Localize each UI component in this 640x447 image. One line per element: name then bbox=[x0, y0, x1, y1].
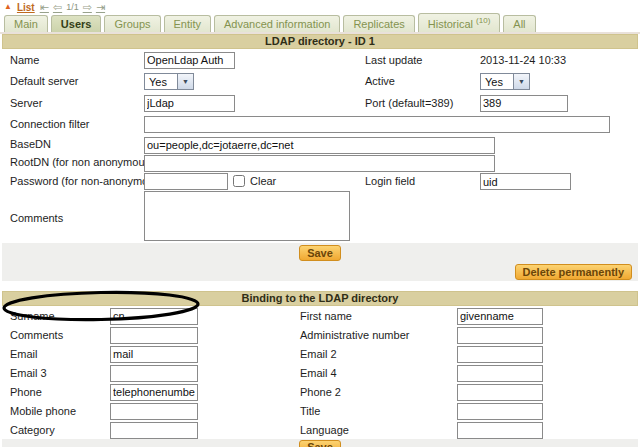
save-button[interactable]: Save bbox=[299, 245, 341, 261]
basedn-input[interactable] bbox=[144, 137, 495, 154]
language-label: Language bbox=[292, 424, 457, 436]
breadcrumb-nav: ▲ List ⇤ ⇦ 1/1 ⇨ ⇥ bbox=[0, 0, 640, 13]
name-input[interactable] bbox=[144, 52, 235, 69]
surname-label: Surname bbox=[2, 310, 110, 322]
rootdn-input[interactable] bbox=[144, 155, 495, 172]
name-label: Name bbox=[2, 54, 144, 66]
comments2-input[interactable] bbox=[110, 327, 198, 344]
phone-label: Phone bbox=[2, 386, 110, 398]
form-title: LDAP directory - ID 1 bbox=[2, 34, 638, 49]
category-label: Category bbox=[2, 424, 110, 436]
tab-historical-count: (10) bbox=[476, 16, 490, 25]
section-gap bbox=[0, 281, 640, 291]
password-input[interactable] bbox=[144, 173, 228, 190]
language-input[interactable] bbox=[457, 422, 543, 439]
binding-row-email: Email Email 2 bbox=[2, 344, 638, 363]
last-page-icon[interactable]: ⇥ bbox=[96, 2, 105, 12]
tab-entity[interactable]: Entity bbox=[164, 15, 212, 32]
save-row: Save bbox=[2, 243, 638, 262]
active-label: Active bbox=[357, 75, 480, 87]
tab-replicates[interactable]: Replicates bbox=[343, 15, 414, 32]
prev-page-icon[interactable]: ⇦ bbox=[53, 2, 62, 12]
surname-input[interactable] bbox=[110, 308, 198, 325]
tab-advanced-information[interactable]: Advanced information bbox=[214, 15, 340, 32]
email-input[interactable] bbox=[110, 346, 198, 363]
email3-input[interactable] bbox=[110, 365, 198, 382]
tab-groups[interactable]: Groups bbox=[104, 15, 160, 32]
last-update-value: 2013-11-24 10:33 bbox=[480, 54, 638, 66]
tab-main[interactable]: Main bbox=[4, 15, 48, 32]
dropdown-arrow-icon: ▼ bbox=[513, 73, 530, 90]
comments2-label: Comments bbox=[2, 329, 110, 341]
binding-row-comments: Comments Administrative number bbox=[2, 325, 638, 344]
administrative-number-input[interactable] bbox=[457, 327, 543, 344]
pager: ⇤ ⇦ 1/1 ⇨ ⇥ bbox=[40, 2, 105, 12]
email-label: Email bbox=[2, 348, 110, 360]
ldap-binding-form: Binding to the LDAP directory Surname Fi… bbox=[2, 291, 638, 447]
binding-row-phone: Phone Phone 2 bbox=[2, 382, 638, 401]
default-server-label: Default server bbox=[2, 75, 144, 87]
binding-save-row: Save bbox=[2, 439, 638, 447]
email4-label: Email 4 bbox=[292, 367, 457, 379]
comments-label: Comments bbox=[2, 212, 144, 224]
phone-input[interactable] bbox=[110, 384, 198, 401]
binding-row-email3: Email 3 Email 4 bbox=[2, 363, 638, 382]
email2-label: Email 2 bbox=[292, 348, 457, 360]
list-link[interactable]: List bbox=[17, 2, 35, 13]
comments-textarea[interactable] bbox=[144, 191, 350, 241]
tab-historical[interactable]: Historical (10) bbox=[418, 13, 501, 32]
ldap-directory-form: LDAP directory - ID 1 Name Last update 2… bbox=[2, 34, 638, 281]
administrative-number-label: Administrative number bbox=[292, 329, 457, 341]
delete-row: Delete permanently bbox=[2, 262, 638, 281]
title-label: Title bbox=[292, 405, 457, 417]
last-update-label: Last update bbox=[357, 54, 480, 66]
phone2-label: Phone 2 bbox=[292, 386, 457, 398]
dropdown-arrow-icon: ▼ bbox=[177, 73, 194, 90]
email4-input[interactable] bbox=[457, 365, 543, 382]
active-value: Yes bbox=[480, 73, 513, 90]
default-server-value: Yes bbox=[144, 73, 177, 90]
clear-label: Clear bbox=[250, 175, 276, 187]
clear-checkbox[interactable] bbox=[233, 175, 245, 187]
first-page-icon[interactable]: ⇤ bbox=[40, 2, 49, 12]
binding-row-surname: Surname First name bbox=[2, 306, 638, 325]
binding-save-button[interactable]: Save bbox=[299, 440, 341, 447]
title-input[interactable] bbox=[457, 403, 543, 420]
ldap-directory-page: ▲ List ⇤ ⇦ 1/1 ⇨ ⇥ Main Users Groups Ent… bbox=[0, 0, 640, 447]
default-server-select[interactable]: Yes▼ bbox=[144, 73, 194, 90]
rootdn-label: RootDN (for non anonymous binds) bbox=[2, 156, 144, 168]
binding-row-category: Category Language bbox=[2, 420, 638, 439]
tab-bar: Main Users Groups Entity Advanced inform… bbox=[0, 13, 640, 34]
category-input[interactable] bbox=[110, 422, 198, 439]
port-input[interactable] bbox=[480, 95, 568, 112]
tab-historical-label: Historical bbox=[428, 18, 473, 30]
port-label: Port (default=389) bbox=[357, 97, 480, 109]
login-field-input[interactable] bbox=[480, 173, 571, 190]
page-indicator: 1/1 bbox=[66, 2, 79, 12]
first-name-label: First name bbox=[292, 310, 457, 322]
server-input[interactable] bbox=[144, 95, 235, 112]
mobile-phone-label: Mobile phone bbox=[2, 405, 110, 417]
basedn-label: BaseDN bbox=[2, 138, 144, 150]
up-arrow-icon[interactable]: ▲ bbox=[4, 2, 12, 12]
tab-all[interactable]: All bbox=[503, 15, 535, 32]
mobile-phone-input[interactable] bbox=[110, 403, 198, 420]
next-page-icon[interactable]: ⇨ bbox=[83, 2, 92, 12]
binding-row-mobile: Mobile phone Title bbox=[2, 401, 638, 420]
connection-filter-input[interactable] bbox=[144, 116, 610, 133]
server-label: Server bbox=[2, 97, 144, 109]
phone2-input[interactable] bbox=[457, 384, 543, 401]
tab-users[interactable]: Users bbox=[51, 15, 102, 32]
active-select[interactable]: Yes▼ bbox=[480, 73, 530, 90]
email3-label: Email 3 bbox=[2, 367, 110, 379]
password-label: Password (for non-anonymous binds) bbox=[2, 175, 144, 187]
binding-form-title: Binding to the LDAP directory bbox=[2, 291, 638, 306]
connection-filter-label: Connection filter bbox=[2, 118, 144, 130]
delete-permanently-button[interactable]: Delete permanently bbox=[515, 264, 632, 280]
email2-input[interactable] bbox=[457, 346, 543, 363]
login-field-label: Login field bbox=[357, 175, 480, 187]
first-name-input[interactable] bbox=[457, 308, 543, 325]
